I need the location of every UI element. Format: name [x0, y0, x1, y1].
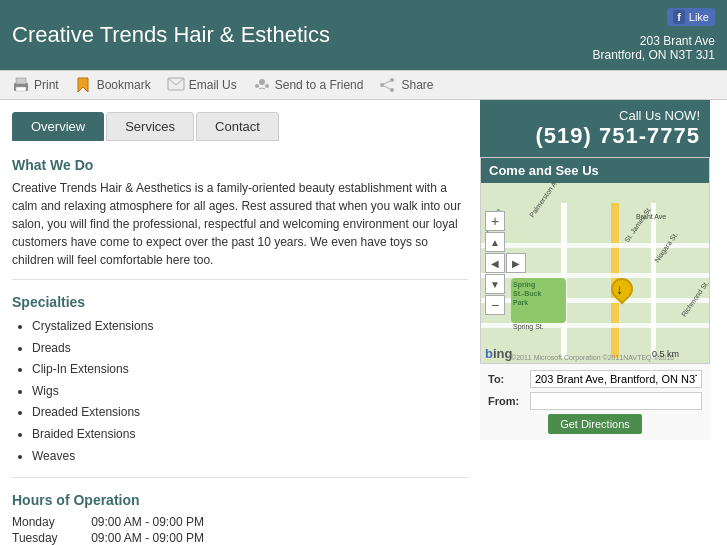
specialty-item: Dreads: [32, 338, 468, 360]
business-name: Creative Trends Hair & Esthetics: [12, 22, 330, 48]
map-pan-up-button[interactable]: ▲: [485, 232, 505, 252]
specialties-list: Crystalized ExtensionsDreadsClip-In Exte…: [12, 316, 468, 467]
bookmark-button[interactable]: Bookmark: [75, 77, 151, 93]
svg-point-5: [259, 79, 265, 85]
map-copyright: ©2011 Microsoft Corporation ©2011NAVTEQ …: [511, 354, 674, 361]
facebook-like-button[interactable]: f Like: [667, 8, 715, 26]
hours-row: Monday09:00 AM - 09:00 PM: [12, 514, 220, 530]
what-we-do-text: Creative Trends Hair & Aesthetics is a f…: [12, 179, 468, 269]
map-box: Come and See Us Road Aerial Sp: [480, 157, 710, 364]
svg-line-11: [382, 80, 392, 85]
map-marker: ↓: [611, 278, 637, 304]
map-area: Road Aerial SpringSt.-BuckPark Spring St…: [481, 183, 709, 363]
directions-to-input[interactable]: [530, 370, 702, 388]
map-controls[interactable]: + ▲ ◀ ▶ ▼ −: [485, 211, 526, 315]
content-area: Overview Services Contact What We Do Cre…: [0, 100, 480, 545]
map-zoom-in-button[interactable]: +: [485, 211, 505, 231]
hours-table: Monday09:00 AM - 09:00 PMTuesday09:00 AM…: [12, 514, 220, 545]
bookmark-label: Bookmark: [97, 78, 151, 92]
spring-label: Spring St.: [513, 323, 544, 330]
share-label: Share: [401, 78, 433, 92]
directions-from-input[interactable]: [530, 392, 702, 410]
facebook-icon: f: [673, 10, 685, 24]
send-friend-button[interactable]: Send to a Friend: [253, 77, 364, 93]
svg-marker-3: [78, 78, 88, 92]
email-icon: [167, 77, 185, 93]
from-label: From:: [488, 395, 526, 407]
map-pan-right-button[interactable]: ▶: [506, 253, 526, 273]
hours-heading: Hours of Operation: [12, 492, 468, 508]
call-box: Call Us NOW! (519) 751-7775: [480, 100, 710, 157]
map-road-v2: [651, 203, 656, 358]
bing-logo: bing: [485, 346, 512, 361]
share-icon: [379, 77, 397, 93]
get-directions-button[interactable]: Get Directions: [548, 414, 642, 434]
directions-box: To: From: Get Directions: [480, 364, 710, 440]
what-we-do-heading: What We Do: [12, 157, 468, 173]
email-label: Email Us: [189, 78, 237, 92]
directions-from-row: From:: [488, 392, 702, 410]
print-button[interactable]: Print: [12, 77, 59, 93]
action-toolbar: Print Bookmark Email Us Send to a Friend…: [0, 70, 727, 100]
print-label: Print: [34, 78, 59, 92]
directions-to-row: To:: [488, 370, 702, 388]
hours-time: 09:00 AM - 09:00 PM: [91, 514, 220, 530]
map-pan-down-button[interactable]: ▼: [485, 274, 505, 294]
tab-overview[interactable]: Overview: [12, 112, 104, 141]
specialty-item: Clip-In Extensions: [32, 359, 468, 381]
address-block: 203 Brant Ave Brantford, ON N3T 3J1: [593, 34, 716, 62]
divider-1: [12, 279, 468, 280]
marker-arrow-icon: ↓: [616, 281, 623, 297]
tab-services[interactable]: Services: [106, 112, 194, 141]
divider-2: [12, 477, 468, 478]
print-icon: [12, 77, 30, 93]
map-zoom-out-button[interactable]: −: [485, 295, 505, 315]
send-friend-label: Send to a Friend: [275, 78, 364, 92]
svg-rect-2: [16, 87, 26, 91]
address-line1: 203 Brant Ave: [593, 34, 716, 48]
map-scale: 0.5 km: [652, 349, 679, 359]
page-header: Creative Trends Hair & Esthetics f Like …: [0, 0, 727, 70]
main-layout: Overview Services Contact What We Do Cre…: [0, 100, 727, 545]
send-icon: [253, 77, 271, 93]
hours-time: 09:00 AM - 09:00 PM: [91, 530, 220, 545]
specialty-item: Wigs: [32, 381, 468, 403]
navigation-tabs: Overview Services Contact: [12, 112, 468, 141]
map-pan-lr: ◀ ▶: [485, 253, 526, 273]
svg-line-12: [382, 85, 392, 90]
address-line2: Brantford, ON N3T 3J1: [593, 48, 716, 62]
hours-day: Tuesday: [12, 530, 91, 545]
svg-rect-1: [16, 78, 26, 84]
specialty-item: Crystalized Extensions: [32, 316, 468, 338]
map-title: Come and See Us: [481, 158, 709, 183]
hours-row: Tuesday09:00 AM - 09:00 PM: [12, 530, 220, 545]
svg-point-7: [255, 84, 259, 88]
call-now-label: Call Us NOW!: [490, 108, 700, 123]
to-label: To:: [488, 373, 526, 385]
map-pan-left-button[interactable]: ◀: [485, 253, 505, 273]
right-panel: Call Us NOW! (519) 751-7775 Come and See…: [480, 100, 710, 545]
hours-day: Monday: [12, 514, 91, 530]
email-button[interactable]: Email Us: [167, 77, 237, 93]
specialty-item: Weaves: [32, 446, 468, 468]
share-button[interactable]: Share: [379, 77, 433, 93]
svg-point-6: [265, 84, 269, 88]
specialties-heading: Specialties: [12, 294, 468, 310]
tab-contact[interactable]: Contact: [196, 112, 279, 141]
specialty-item: Braided Extensions: [32, 424, 468, 446]
phone-number: (519) 751-7775: [490, 123, 700, 149]
bookmark-icon: [75, 77, 93, 93]
specialty-item: Dreaded Extensions: [32, 402, 468, 424]
